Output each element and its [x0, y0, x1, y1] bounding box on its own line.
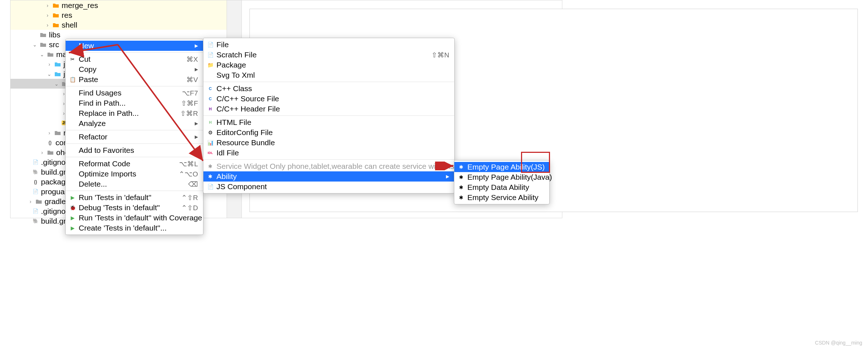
watermark: CSDN @qing__ming — [815, 340, 862, 346]
tree-item-libs[interactable]: libs — [11, 30, 227, 40]
shortcut: ⇧⌘F — [181, 99, 198, 107]
menu-label: C/C++ Source File — [216, 94, 449, 103]
chevron-down-icon: ⌄ — [47, 71, 52, 77]
context-menu: New▶ ✂Cut⌘X Copy▶ 📋Paste⌘V Find Usages⌥F… — [65, 39, 203, 235]
tree-item-res[interactable]: ›res — [11, 10, 227, 20]
menu-item-delete[interactable]: Delete...⌫ — [66, 179, 203, 189]
folder-icon — [52, 22, 59, 28]
menu-item-replacepath[interactable]: Replace in Path...⇧⌘R — [66, 108, 203, 118]
menu-item-jscomp[interactable]: 📄JS Component — [203, 182, 454, 192]
shortcut: ⌫ — [188, 180, 198, 188]
menu-item-editorconfig[interactable]: ⚙EditorConfig File — [203, 127, 454, 138]
chevron-down-icon: ⌄ — [40, 52, 45, 57]
package-icon: 📁 — [207, 62, 214, 68]
c-header-icon: H — [207, 106, 214, 112]
resource-bundle-icon: 📊 — [207, 139, 214, 146]
menu-label: Analyze — [79, 119, 192, 128]
c-source-icon: C — [207, 95, 214, 102]
menu-item-addfav[interactable]: Add to Favorites▶ — [66, 145, 203, 155]
menu-label: Svg To Xml — [216, 71, 449, 80]
menu-separator — [203, 82, 454, 82]
chevron-right-icon: › — [40, 150, 45, 155]
menu-item-svgxml[interactable]: Svg To Xml — [203, 70, 454, 80]
menu-separator — [203, 159, 454, 160]
menu-label: EditorConfig File — [216, 128, 449, 137]
menu-item-service-ability[interactable]: ✱Empty Service Ability — [454, 192, 549, 203]
menu-item-analyze[interactable]: Analyze▶ — [66, 118, 203, 129]
shortcut: ⌥⌘L — [179, 160, 198, 168]
menu-item-data-ability[interactable]: ✱Empty Data Ability — [454, 182, 549, 192]
menu-item-runtests[interactable]: ▶Run 'Tests in 'default''⌃⇧R — [66, 192, 203, 203]
menu-label: Find in Path... — [79, 99, 178, 107]
ability-icon: ✱ — [458, 164, 464, 170]
folder-icon — [40, 42, 47, 48]
chevron-right-icon: › — [47, 61, 52, 67]
chevron-right-icon: › — [47, 130, 52, 136]
file-icon: 📄 — [32, 208, 39, 215]
shortcut: ⇧⌘R — [180, 109, 198, 118]
menu-item-scratch[interactable]: 📄Scratch File⇧⌘N — [203, 50, 454, 60]
menu-label: Empty Data Ability — [467, 183, 544, 192]
menu-item-refactor[interactable]: Refactor▶ — [66, 132, 203, 142]
tree-item-shell[interactable]: ›shell — [11, 20, 227, 30]
menu-item-new[interactable]: New▶ — [66, 41, 203, 51]
shortcut: ⌘V — [186, 76, 198, 84]
menu-item-ability[interactable]: ✱Ability▶ — [203, 171, 454, 182]
html-icon: H — [207, 119, 214, 126]
menu-item-cppclass[interactable]: CC++ Class — [203, 84, 454, 94]
menu-item-findusages[interactable]: Find Usages⌥F7 — [66, 88, 203, 98]
menu-item-page-ability-java[interactable]: ✱Empty Page Ability(Java) — [454, 172, 549, 182]
tree-item-merge-res[interactable]: ›merge_res — [11, 0, 227, 10]
submenu-arrow-icon: ▶ — [195, 43, 198, 48]
menu-item-paste[interactable]: 📋Paste⌘V — [66, 74, 203, 85]
chevron-down-icon: ⌄ — [54, 81, 59, 87]
menu-item-idl[interactable]: IDLIdl File — [203, 148, 454, 158]
tree-label: libs — [49, 30, 61, 39]
folder-icon — [47, 52, 54, 57]
menu-item-copy[interactable]: Copy▶ — [66, 64, 203, 74]
menu-label: Add to Favorites — [79, 146, 192, 155]
folder-icon — [47, 150, 54, 155]
menu-item-debugtests[interactable]: 🐞Debug 'Tests in 'default''⌃⇧D — [66, 203, 203, 213]
chevron-right-icon: › — [45, 12, 50, 18]
menu-item-runcov[interactable]: ▶Run 'Tests in 'default'' with Coverage — [66, 213, 203, 223]
folder-icon — [54, 61, 61, 67]
widget-icon: ✱ — [207, 163, 214, 170]
menu-label: File — [216, 40, 449, 49]
menu-item-resbundle[interactable]: 📊Resource Bundle — [203, 138, 454, 148]
menu-item-reformat[interactable]: Reformat Code⌥⌘L — [66, 159, 203, 169]
menu-label: Create 'Tests in 'default''... — [79, 224, 198, 232]
menu-item-svcwidget: ✱Service Widget Only phone,tablet,wearab… — [203, 161, 454, 171]
ability-icon: ✱ — [458, 184, 464, 191]
menu-label: Delete... — [79, 180, 185, 188]
menu-label: C/C++ Header File — [216, 105, 449, 113]
ability-icon: ✱ — [207, 173, 214, 180]
menu-item-file[interactable]: 📄File — [203, 40, 454, 50]
folder-icon — [52, 12, 59, 18]
menu-separator — [66, 86, 203, 86]
json-file-icon: {} — [47, 139, 53, 146]
submenu-arrow-icon: ▶ — [195, 134, 198, 139]
run-icon: ▶ — [69, 194, 76, 201]
menu-item-createtests[interactable]: ▶Create 'Tests in 'default''... — [66, 223, 203, 233]
folder-icon — [35, 199, 42, 204]
file-icon: 📄 — [32, 159, 39, 166]
js-component-icon: 📄 — [207, 183, 214, 190]
menu-label: Run 'Tests in 'default'' with Coverage — [79, 213, 202, 222]
menu-item-chdr[interactable]: HC/C++ Header File — [203, 104, 454, 114]
paste-icon: 📋 — [69, 76, 76, 83]
debug-icon: 🐞 — [69, 204, 76, 211]
chevron-right-icon: › — [45, 22, 50, 28]
menu-item-csrc[interactable]: CC/C++ Source File — [203, 94, 454, 104]
folder-icon — [54, 71, 61, 77]
menu-item-html[interactable]: HHTML File — [203, 117, 454, 127]
gradle-file-icon: 🐘 — [32, 169, 39, 175]
menu-item-findpath[interactable]: Find in Path...⇧⌘F — [66, 98, 203, 108]
menu-item-optimize[interactable]: Optimize Imports⌃⌥O — [66, 169, 203, 179]
menu-label: Find Usages — [79, 89, 179, 97]
submenu-arrow-icon: ▶ — [195, 121, 198, 126]
cpp-icon: C — [207, 85, 214, 92]
menu-item-cut[interactable]: ✂Cut⌘X — [66, 54, 203, 64]
menu-item-package[interactable]: 📁Package — [203, 60, 454, 70]
scratch-file-icon: 📄 — [207, 52, 214, 58]
